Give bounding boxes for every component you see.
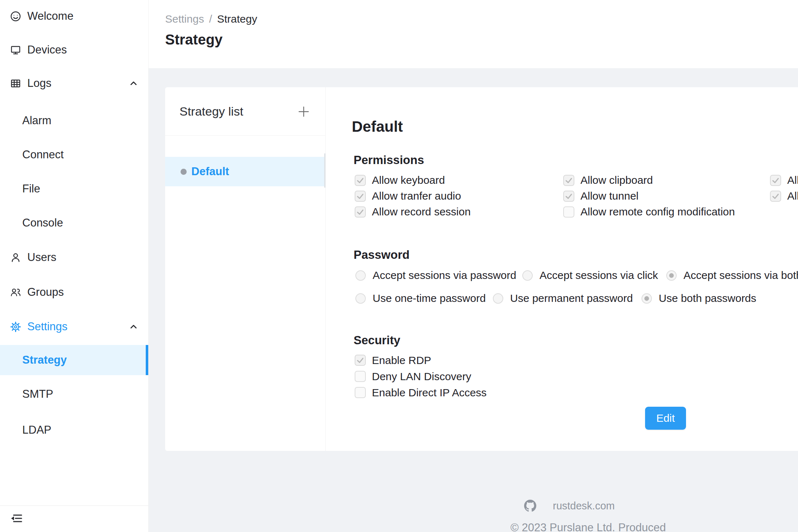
checkbox[interactable] [355,371,366,382]
checkbox-item[interactable]: Allow tranfer audio [355,188,471,204]
sidebar-item-label: Groups [27,286,64,299]
checkbox[interactable] [563,191,574,202]
checkbox[interactable] [770,175,781,186]
radio[interactable] [641,293,652,304]
radio-option[interactable]: Accept sessions via password [355,269,516,281]
radio[interactable] [522,270,533,281]
sidebar-item-alarm[interactable]: Alarm [0,111,148,130]
radio[interactable] [355,293,366,304]
radio-option[interactable]: Use both passwords [641,292,756,304]
checkbox-label: Allow clipboard [580,174,653,186]
page-title: Strategy [165,32,223,48]
sidebar-item-label: Connect [22,148,64,161]
radio-label: Use one-time password [373,292,486,304]
checkbox[interactable] [770,191,781,202]
checkbox[interactable] [355,387,366,398]
breadcrumb-separator: / [209,13,212,25]
checkbox[interactable] [563,175,574,186]
breadcrumb-current: Strategy [217,13,257,25]
monitor-icon [10,45,21,56]
strategy-list-title: Strategy list [179,87,243,136]
checkbox-item[interactable]: Allow tunnel [563,188,735,204]
checkbox-item[interactable]: Deny LAN Discovery [355,368,487,384]
checkbox-item[interactable]: All [770,172,798,188]
sidebar-item-smtp[interactable]: SMTP [0,385,148,403]
sidebar-item-welcome[interactable]: Welcome [0,6,148,27]
checkbox-item[interactable]: Allow remote config modification [563,204,735,220]
rustdesk-link[interactable]: rustdesk.com [553,500,615,512]
checkbox[interactable] [355,175,366,186]
add-strategy-button[interactable] [298,106,309,117]
sidebar: Welcome Devices [0,0,149,532]
checkbox-item[interactable]: Allow keyboard [355,172,471,188]
radio[interactable] [666,270,677,281]
collapse-sidebar-button[interactable] [8,510,25,527]
permissions-heading: Permissions [354,153,424,167]
list-scrollbar[interactable] [324,153,326,188]
detail-title: Default [352,118,403,135]
checkbox[interactable] [355,355,366,366]
checkbox-label: All [787,174,798,186]
sidebar-item-users[interactable]: Users [0,247,148,268]
checkbox-item[interactable]: Enable Direct IP Access [355,384,487,401]
checkbox-item[interactable]: Allow clipboard [563,172,735,188]
checkbox-item[interactable]: Enable RDP [355,352,487,368]
radio[interactable] [355,270,366,281]
breadcrumb: Settings / Strategy [165,13,257,25]
sidebar-item-label: Strategy [22,354,67,367]
table-icon [10,78,21,89]
gear-icon [10,321,21,332]
sidebar-item-logs[interactable]: Logs [0,73,148,94]
permissions-column-3: All All [770,172,798,204]
sidebar-item-groups[interactable]: Groups [0,282,148,303]
radio[interactable] [493,293,503,304]
github-icon[interactable] [524,500,536,512]
strategy-item-label: Default [191,165,229,178]
checkbox-label: Allow tunnel [580,190,639,202]
strategy-list-item-default[interactable]: Default [165,157,326,186]
sidebar-item-ldap[interactable]: LDAP [0,421,148,439]
checkbox-item[interactable]: All [770,188,798,204]
sidebar-item-label: Logs [27,77,51,90]
sidebar-item-label: LDAP [22,424,51,437]
checkbox[interactable] [355,206,366,218]
checkbox-label: Enable Direct IP Access [372,387,487,399]
sidebar-item-strategy[interactable]: Strategy [0,345,148,375]
sidebar-item-file[interactable]: File [0,179,148,198]
sidebar-item-settings[interactable]: Settings [0,316,148,337]
sidebar-item-console[interactable]: Console [0,214,148,232]
chevron-up-icon [128,78,139,89]
checkbox[interactable] [563,206,574,218]
sidebar-item-connect[interactable]: Connect [0,145,148,164]
top-header: Settings / Strategy Strategy [149,0,798,68]
sidebar-item-label: Welcome [27,10,74,23]
checkbox-label: Allow record session [372,206,471,218]
sidebar-item-label: SMTP [22,388,53,401]
users-icon [10,287,21,298]
sidebar-item-label: Alarm [22,114,51,127]
radio-option[interactable]: Use one-time password [355,292,486,304]
permissions-column-1: Allow keyboard Allow tranfer audio Allow… [355,172,471,220]
copyright-text: © 2023 Purslane Ltd. Produced [510,521,666,532]
radio-option[interactable]: Accept sessions via both [666,269,798,281]
radio-option[interactable]: Use permanent password [493,292,633,304]
security-options: Enable RDP Deny LAN Discovery Enable Dir… [355,352,487,401]
radio-label: Use both passwords [659,292,756,304]
status-dot-icon [181,169,187,175]
radio-label: Accept sessions via both [683,269,798,281]
sidebar-item-devices[interactable]: Devices [0,39,148,60]
sidebar-divider [0,505,148,506]
permissions-column-2: Allow clipboard Allow tunnel Allow remot… [563,172,735,220]
password-heading: Password [354,248,410,262]
checkbox-label: Allow tranfer audio [372,190,461,202]
checkbox-item[interactable]: Allow record session [355,204,471,220]
checkbox[interactable] [355,191,366,202]
plus-icon [298,106,309,117]
radio-option[interactable]: Accept sessions via click [522,269,658,281]
sidebar-item-label: Users [27,251,56,264]
chevron-up-icon [128,321,139,332]
sidebar-item-label: Devices [27,43,67,56]
edit-button[interactable]: Edit [645,407,686,430]
breadcrumb-parent[interactable]: Settings [165,13,204,25]
fold-icon [9,512,24,525]
